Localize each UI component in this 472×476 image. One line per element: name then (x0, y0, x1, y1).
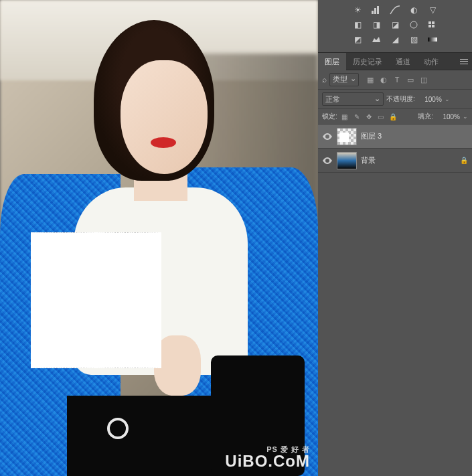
hue-icon[interactable]: ◧ (351, 19, 364, 30)
filter-type-icon[interactable]: T (392, 75, 402, 84)
opt-row-2: ◧ ◨ ◪ (318, 17, 472, 32)
layer-row-layer3[interactable]: 图层 3 (318, 125, 472, 149)
filter-shape-icon[interactable]: ▭ (406, 75, 415, 84)
svg-rect-8 (428, 37, 437, 42)
lock-artboard-icon[interactable]: ▭ (376, 112, 386, 121)
lock-indicator-icon: 🔒 (460, 157, 468, 165)
app-root: PS 爱 好 者 UiBO.CoM ☀ ◐ ▽ ◧ ◨ ◪ ◩ (0, 0, 472, 476)
layer-row-background[interactable]: 背景 🔒 (318, 149, 472, 173)
lock-position-icon[interactable]: ✥ (364, 112, 374, 121)
photo-ring-logo (107, 418, 129, 439)
layer-filter-type-select[interactable]: 类型 (329, 73, 359, 86)
lock-paint-icon[interactable]: ✎ (352, 112, 362, 121)
channel-mixer-icon[interactable] (426, 19, 439, 30)
document-photo: PS 爱 好 者 UiBO.CoM (0, 0, 318, 476)
layer-thumbnail[interactable] (337, 128, 357, 145)
layer-name[interactable]: 图层 3 (361, 131, 468, 141)
svg-rect-2 (377, 6, 379, 14)
watermark-main: UiBO.CoM (225, 452, 310, 470)
selective-color-icon[interactable]: ▧ (408, 34, 420, 45)
opt-row-3: ◩ ◢ ▧ (318, 32, 472, 47)
options-strip: ☀ ◐ ▽ ◧ ◨ ◪ ◩ ◢ ▧ (318, 0, 472, 53)
posterize-icon[interactable] (370, 34, 382, 45)
selection-filled-rect[interactable] (31, 232, 161, 368)
filter-type-label: 类型 (333, 75, 347, 83)
right-panels: ☀ ◐ ▽ ◧ ◨ ◪ ◩ ◢ ▧ 图层 (318, 0, 472, 476)
canvas-area[interactable]: PS 爱 好 者 UiBO.CoM (0, 0, 318, 476)
filter-smart-icon[interactable]: ◫ (419, 75, 428, 84)
visibility-toggle[interactable] (322, 131, 333, 142)
opacity-value[interactable]: 100% (418, 96, 442, 103)
lock-row: 锁定: ▦ ✎ ✥ ▭ 🔒 填充: 100% ⌄ (318, 109, 472, 125)
photo-filter-icon[interactable] (408, 19, 420, 30)
photo-face (121, 60, 208, 174)
photo-lips (151, 137, 176, 148)
tab-layers[interactable]: 图层 (318, 53, 346, 70)
threshold-icon[interactable]: ◢ (389, 34, 401, 45)
svg-rect-0 (372, 11, 374, 14)
curves-icon[interactable] (389, 5, 401, 15)
svg-rect-7 (432, 25, 435, 27)
exposure-icon[interactable]: ◐ (408, 5, 420, 15)
brightness-icon[interactable]: ☀ (351, 5, 364, 15)
bw-icon[interactable]: ◪ (389, 19, 401, 30)
lock-transparent-icon[interactable]: ▦ (340, 112, 349, 121)
filter-pixel-icon[interactable]: ▦ (366, 75, 375, 84)
search-icon: ⌕ (322, 75, 327, 84)
fill-label: 填充: (418, 112, 433, 121)
svg-rect-4 (428, 21, 431, 24)
panel-tab-bar: 图层 历史记录 通道 动作 (318, 53, 472, 70)
watermark: PS 爱 好 者 UiBO.CoM (225, 445, 310, 471)
opacity-arrow-icon[interactable]: ⌄ (445, 96, 450, 102)
lock-all-icon[interactable]: 🔒 (388, 112, 398, 121)
fill-arrow-icon[interactable]: ⌄ (463, 113, 468, 120)
layer-name[interactable]: 背景 (361, 155, 456, 165)
gradient-map-icon[interactable] (426, 34, 439, 45)
fill-value[interactable]: 100% (436, 113, 460, 121)
svg-rect-5 (432, 21, 435, 24)
tab-channels[interactable]: 通道 (389, 53, 417, 70)
levels-icon[interactable] (370, 5, 382, 15)
svg-point-3 (410, 21, 417, 28)
svg-rect-6 (428, 25, 431, 27)
eye-icon (323, 133, 332, 140)
colbal-icon[interactable]: ◨ (370, 19, 382, 30)
opt-row-1: ☀ ◐ ▽ (318, 3, 472, 17)
opacity-label: 不透明度: (386, 94, 415, 104)
tab-actions[interactable]: 动作 (417, 53, 445, 70)
lock-label: 锁定: (322, 112, 337, 121)
blend-mode-select[interactable]: 正常 (322, 92, 384, 106)
vibrance-icon[interactable]: ▽ (426, 5, 439, 15)
lock-icon-group: ▦ ✎ ✥ ▭ 🔒 (340, 112, 398, 121)
panel-menu-icon[interactable] (459, 57, 469, 66)
visibility-toggle[interactable] (322, 155, 333, 166)
tab-history[interactable]: 历史记录 (346, 53, 389, 70)
blend-mode-row: 正常 不透明度: 100% ⌄ (318, 90, 472, 109)
layers-panel: ⌕ 类型 ▦ ◐ T ▭ ◫ 正常 不透明度: 100% ⌄ (318, 70, 472, 476)
layer-thumbnail[interactable] (337, 152, 357, 169)
blend-mode-value: 正常 (325, 94, 340, 104)
filter-adjust-icon[interactable]: ◐ (379, 75, 388, 84)
svg-rect-1 (374, 8, 376, 14)
layer-filter-row: ⌕ 类型 ▦ ◐ T ▭ ◫ (318, 70, 472, 90)
eye-icon (323, 157, 332, 164)
invert-icon[interactable]: ◩ (351, 34, 364, 45)
filter-icon-group: ▦ ◐ T ▭ ◫ (366, 75, 428, 84)
